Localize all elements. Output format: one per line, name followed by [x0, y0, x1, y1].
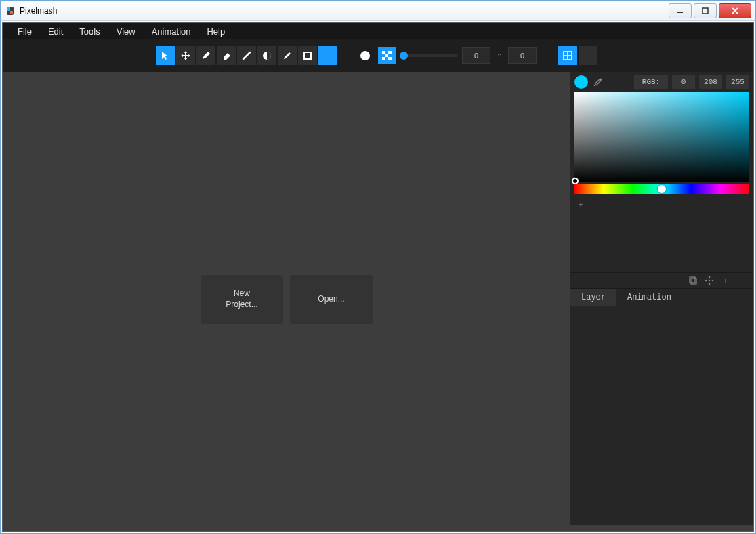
color-swatch[interactable] — [318, 46, 337, 65]
svg-line-7 — [243, 52, 250, 59]
svg-point-25 — [709, 283, 711, 285]
open-card[interactable]: Open... — [290, 275, 373, 324]
toolbar: 0 :: 0 — [3, 39, 753, 72]
line-tool[interactable] — [237, 46, 256, 65]
brush-tool[interactable] — [196, 46, 215, 65]
palette-row: + — [574, 198, 749, 211]
canvas-area: New Project... Open... — [3, 72, 570, 525]
grid-toggle[interactable] — [558, 46, 577, 65]
rect-tool[interactable] — [298, 46, 317, 65]
maximize-button[interactable] — [694, 3, 717, 18]
svg-rect-14 — [385, 54, 388, 57]
rgb-b[interactable]: 255 — [726, 75, 749, 89]
grid-buttons — [558, 46, 597, 65]
svg-rect-10 — [382, 51, 385, 54]
svg-rect-19 — [690, 277, 695, 283]
color-mode-button[interactable]: RGB: — [634, 75, 668, 89]
start-cards: New Project... Open... — [201, 275, 373, 324]
size-field-1[interactable]: 0 — [462, 47, 490, 64]
window-controls — [667, 3, 751, 18]
hue-thumb[interactable] — [658, 185, 666, 193]
svg-rect-12 — [382, 57, 385, 60]
svg-rect-13 — [388, 57, 392, 60]
tab-animation[interactable]: Animation — [616, 289, 682, 306]
eyedropper-icon[interactable] — [592, 76, 604, 88]
svg-point-21 — [709, 280, 711, 282]
svg-rect-11 — [388, 51, 392, 54]
menu-view[interactable]: View — [108, 24, 144, 39]
saturation-thumb[interactable] — [572, 178, 579, 184]
svg-rect-2 — [10, 11, 13, 14]
menu-animation[interactable]: Animation — [144, 24, 199, 39]
menu-file[interactable]: File — [9, 24, 40, 39]
layer-add-icon[interactable]: + — [719, 274, 732, 287]
brush-size-slider[interactable] — [400, 54, 458, 57]
layer-center-icon[interactable] — [703, 274, 715, 287]
svg-rect-1 — [7, 7, 10, 11]
app-icon — [5, 5, 16, 16]
app-body: File Edit Tools View Animation Help — [2, 22, 754, 532]
svg-point-18 — [600, 78, 602, 80]
saturation-box[interactable] — [574, 92, 749, 182]
svg-rect-9 — [304, 52, 311, 59]
tool-buttons — [156, 46, 337, 65]
brush-square-icon[interactable] — [378, 47, 396, 64]
slider-thumb[interactable] — [400, 52, 408, 60]
current-color-swatch[interactable] — [574, 75, 588, 89]
close-button[interactable] — [719, 3, 751, 18]
brush-settings: 0 :: 0 — [356, 47, 537, 64]
palette-add-icon[interactable]: + — [574, 198, 587, 210]
move-tool[interactable] — [176, 46, 195, 65]
svg-rect-20 — [691, 279, 696, 284]
statusbar — [3, 525, 753, 531]
layer-copy-icon[interactable] — [687, 274, 699, 287]
tab-layer[interactable]: Layer — [570, 289, 616, 306]
menu-edit[interactable]: Edit — [40, 24, 71, 39]
pencil-tool[interactable] — [278, 46, 297, 65]
color-row: RGB: 0 208 255 — [570, 72, 753, 92]
hue-slider[interactable] — [574, 184, 749, 194]
sidebar-gap — [570, 213, 753, 272]
size-field-2[interactable]: 0 — [508, 47, 537, 64]
menubar: File Edit Tools View Animation Help — [3, 23, 753, 39]
eraser-tool[interactable] — [217, 46, 236, 65]
svg-point-22 — [705, 280, 707, 282]
titlebar: Pixelmash — [1, 1, 755, 21]
minimize-button[interactable] — [669, 3, 692, 18]
layer-toolbar: + − — [570, 272, 753, 289]
open-label: Open... — [318, 294, 344, 305]
grid-settings[interactable] — [579, 46, 597, 65]
size-separator: :: — [497, 52, 501, 60]
menu-tools[interactable]: Tools — [71, 24, 108, 39]
window-title: Pixelmash — [20, 6, 57, 16]
new-project-label: New Project... — [226, 289, 257, 310]
select-tool[interactable] — [156, 46, 175, 65]
svg-point-23 — [712, 280, 714, 282]
svg-rect-4 — [702, 8, 708, 14]
app-window: Pixelmash File Edit Tools View Animation… — [0, 0, 756, 534]
menu-help[interactable]: Help — [198, 24, 233, 39]
layer-remove-icon[interactable]: − — [736, 274, 748, 287]
rgb-g[interactable]: 208 — [699, 75, 722, 89]
rgb-r[interactable]: 0 — [672, 75, 695, 89]
panel-tabs: Layer Animation — [570, 289, 753, 306]
workarea: New Project... Open... RGB: 0 208 255 — [3, 72, 753, 525]
layer-panel — [570, 306, 753, 525]
fill-tool[interactable] — [257, 46, 276, 65]
svg-point-24 — [709, 276, 711, 279]
brush-round-icon[interactable] — [356, 47, 374, 64]
sidebar: RGB: 0 208 255 + + — [570, 72, 753, 525]
new-project-card[interactable]: New Project... — [201, 275, 283, 324]
